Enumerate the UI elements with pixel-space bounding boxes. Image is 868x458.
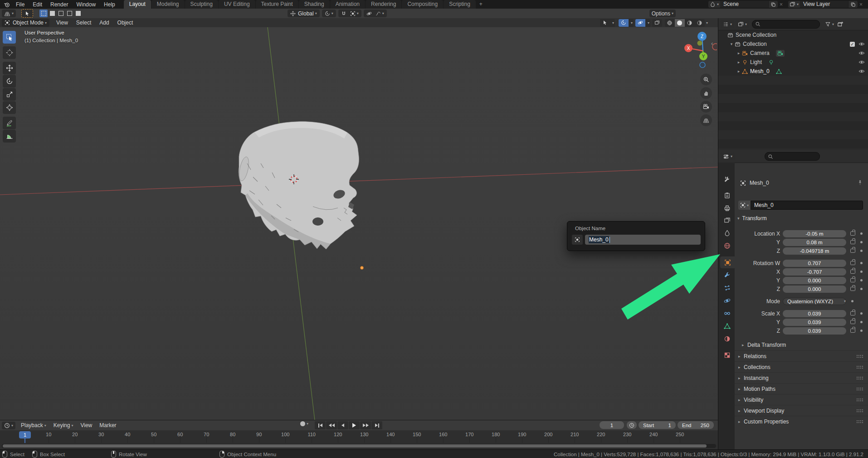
transform-value-field[interactable]: 0.707 bbox=[783, 260, 846, 267]
tab-animation[interactable]: Animation bbox=[330, 0, 365, 9]
properties-tab-output[interactable] bbox=[720, 202, 734, 214]
object-type-visibility-dropdown[interactable]: ▾ bbox=[600, 19, 617, 27]
transform-value-field[interactable]: 0.039 bbox=[783, 327, 846, 335]
menu-render[interactable]: Render bbox=[46, 1, 72, 8]
lock-icon[interactable] bbox=[850, 320, 855, 324]
menu-help[interactable]: Help bbox=[100, 1, 119, 8]
outliner-row-light[interactable]: ▸Light bbox=[718, 58, 868, 67]
panel-viewport-display[interactable]: ▸Viewport Display bbox=[735, 405, 868, 416]
outliner-search-input[interactable] bbox=[752, 20, 820, 29]
viewport-menu-view[interactable]: View bbox=[52, 20, 72, 26]
timeline-menu-view[interactable]: View bbox=[77, 422, 96, 428]
camera-view-icon[interactable] bbox=[700, 101, 712, 113]
tab-shading[interactable]: Shading bbox=[299, 0, 330, 9]
panel-collections[interactable]: ▸Collections bbox=[735, 361, 868, 373]
pivot-point-dropdown[interactable]: ▾ bbox=[322, 10, 336, 17]
transform-value-field[interactable]: 0.039 bbox=[783, 310, 846, 317]
animate-dot[interactable] bbox=[860, 250, 863, 252]
tool-rotate-button[interactable] bbox=[3, 75, 16, 88]
panel-drag-dots[interactable] bbox=[857, 388, 862, 390]
animate-dot[interactable] bbox=[860, 241, 863, 243]
proportional-falloff-dropdown[interactable]: ▾ bbox=[374, 10, 386, 17]
lock-icon[interactable] bbox=[850, 329, 855, 333]
properties-tab-modifiers[interactable] bbox=[720, 269, 734, 281]
properties-search-input[interactable] bbox=[765, 152, 820, 161]
play-button[interactable] bbox=[349, 421, 360, 429]
menu-file[interactable]: File bbox=[12, 1, 29, 8]
panel-visibility[interactable]: ▸Visibility bbox=[735, 394, 868, 405]
tool-measure-button[interactable] bbox=[3, 130, 16, 143]
panel-drag-dots[interactable] bbox=[857, 420, 862, 423]
zoom-icon[interactable] bbox=[700, 74, 712, 85]
animate-dot[interactable] bbox=[860, 330, 863, 332]
properties-tab-texture[interactable] bbox=[720, 349, 734, 361]
scene-dropdown[interactable]: ▾ bbox=[708, 1, 720, 8]
frame-end-field[interactable]: End250 bbox=[678, 421, 714, 429]
show-gizmo-toggle[interactable]: ▾ bbox=[619, 19, 635, 27]
panel-drag-dots[interactable] bbox=[857, 355, 862, 358]
rotation-mode-dropdown[interactable]: Quaternion (WXYZ)▾ bbox=[783, 298, 846, 305]
animate-dot[interactable] bbox=[860, 321, 863, 323]
shading-solid-button[interactable] bbox=[675, 19, 685, 27]
lock-icon[interactable] bbox=[850, 311, 855, 315]
frame-start-field[interactable]: Start1 bbox=[639, 421, 676, 429]
timeline-menu-keying[interactable]: Keying▾ bbox=[50, 422, 77, 428]
viewport-menu-select[interactable]: Select bbox=[72, 20, 95, 26]
tool-cursor-button[interactable] bbox=[3, 46, 16, 59]
properties-editor-type-dropdown[interactable]: ▾ bbox=[721, 153, 735, 160]
mode-intersect-button[interactable] bbox=[74, 10, 82, 17]
lock-icon[interactable] bbox=[850, 278, 855, 282]
lock-icon[interactable] bbox=[850, 240, 855, 244]
animate-dot[interactable] bbox=[860, 232, 863, 235]
collection-checkbox[interactable]: ✓ bbox=[850, 42, 855, 47]
animate-dot[interactable] bbox=[860, 288, 863, 290]
outliner-filter-id-dropdown[interactable]: ▾ bbox=[736, 20, 749, 28]
properties-tab-tool[interactable] bbox=[720, 173, 734, 185]
timeline-editor-type-dropdown[interactable]: ▾ bbox=[2, 422, 15, 429]
snap-toggle-magnet-icon[interactable] bbox=[339, 10, 348, 17]
transform-value-field[interactable]: 0.000 bbox=[783, 286, 846, 293]
expand-open-icon[interactable]: ▾ bbox=[728, 42, 735, 46]
lock-icon[interactable] bbox=[850, 249, 855, 253]
properties-tab-world[interactable] bbox=[720, 240, 734, 251]
properties-tab-object-data[interactable] bbox=[720, 320, 734, 332]
auto-keying-toggle[interactable]: ▾ bbox=[300, 421, 308, 426]
outliner-display-mode-dropdown[interactable]: ▾ bbox=[721, 20, 734, 28]
sidebar-collapse-arrow[interactable]: ‹ bbox=[711, 40, 713, 47]
tab-sculpting[interactable]: Sculpting bbox=[185, 0, 218, 9]
animate-dot[interactable] bbox=[860, 279, 863, 281]
skull-mesh[interactable] bbox=[238, 122, 359, 249]
timeline-menu-playback[interactable]: Playback▾ bbox=[17, 422, 50, 428]
transform-panel-header[interactable]: ▾ Transform bbox=[737, 215, 767, 222]
panel-motion-paths[interactable]: ▸Motion Paths bbox=[735, 383, 868, 394]
expand-closed-icon[interactable]: ▸ bbox=[736, 51, 742, 55]
tab-scripting[interactable]: Scripting bbox=[444, 0, 476, 9]
options-button[interactable]: Options▾ bbox=[649, 10, 676, 17]
panel-drag-dots[interactable] bbox=[755, 217, 761, 220]
popup-name-input[interactable]: Mesh_0 bbox=[585, 235, 701, 245]
expand-closed-icon[interactable]: ▸ bbox=[736, 69, 742, 74]
tool-annotate-button[interactable] bbox=[3, 117, 16, 129]
animate-dot[interactable] bbox=[860, 262, 863, 264]
panel-drag-dots[interactable] bbox=[857, 399, 862, 401]
jump-to-end-button[interactable] bbox=[371, 421, 382, 429]
add-workspace-button[interactable]: + bbox=[476, 0, 486, 9]
scene-copy-button[interactable] bbox=[769, 1, 778, 8]
blender-logo-icon[interactable] bbox=[4, 1, 10, 8]
tab-compositing[interactable]: Compositing bbox=[402, 0, 443, 9]
jump-prev-keyframe-button[interactable] bbox=[326, 421, 337, 429]
tab-uv-editing[interactable]: UV Editing bbox=[219, 0, 255, 9]
mode-extend-button[interactable] bbox=[48, 10, 56, 17]
current-frame-field[interactable]: 1 bbox=[600, 421, 624, 429]
snap-target-dropdown[interactable]: ▾ bbox=[348, 10, 361, 17]
view-layer-copy-button[interactable] bbox=[848, 1, 858, 8]
outliner-row-mesh-0[interactable]: ▸Mesh_0 bbox=[718, 67, 868, 76]
jump-next-keyframe-button[interactable] bbox=[360, 421, 371, 429]
playhead-marker[interactable]: 1 bbox=[19, 431, 31, 438]
hide-eye-icon[interactable] bbox=[858, 68, 865, 74]
view-layer-remove-button[interactable]: × bbox=[858, 1, 864, 8]
transform-value-field[interactable]: -0.049718 m bbox=[783, 247, 846, 255]
transform-value-field[interactable]: 0.039 bbox=[783, 319, 846, 326]
properties-tab-scene[interactable] bbox=[720, 227, 734, 239]
transform-value-field[interactable]: 0.08 m bbox=[783, 239, 846, 246]
